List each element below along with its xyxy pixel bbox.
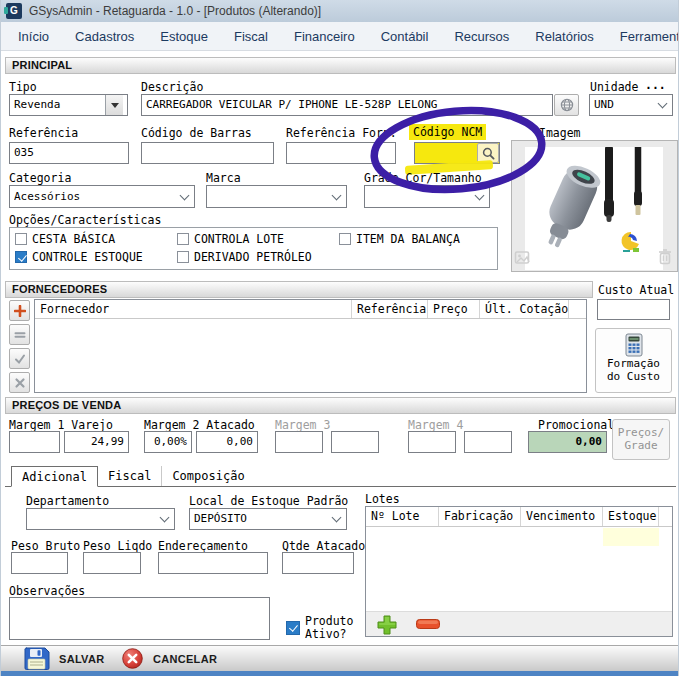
qtde-atacado-label: Qtde Atacado xyxy=(282,539,365,553)
image-export-icon[interactable] xyxy=(514,249,532,267)
tab-composicao[interactable]: Composição xyxy=(161,466,254,486)
trash-icon[interactable] xyxy=(656,248,674,266)
menu-bar: Início Cadastros Estoque Fiscal Financei… xyxy=(1,22,679,51)
categoria-select[interactable]: Acessórios xyxy=(9,185,195,208)
checkbox-derivado-petroleo[interactable]: DERIVADO PETRÓLEO xyxy=(177,250,312,264)
unidade-select[interactable]: UND xyxy=(589,94,673,116)
imagem-label: Imagem xyxy=(539,126,581,140)
checkbox-cesta-basica[interactable]: CESTA BÁSICA xyxy=(15,232,115,246)
delete-icon xyxy=(14,377,26,389)
codigo-barras-input[interactable] xyxy=(141,142,274,164)
menu-relatorios[interactable]: Relatórios xyxy=(535,29,594,44)
app-window: G GSysAdmin - Retaguarda - 1.0 - [Produt… xyxy=(0,0,679,676)
produto-ativo-label: Produto xyxy=(305,614,353,628)
tab-bar: Adicional Fiscal Composição xyxy=(5,466,676,487)
margem4-valor-input[interactable] xyxy=(464,431,512,453)
departamento-select[interactable] xyxy=(26,508,175,530)
translate-button[interactable] xyxy=(554,94,579,116)
col-estoque: Estoque xyxy=(603,507,659,526)
margem3-valor-input[interactable] xyxy=(331,431,379,453)
produto-ativo-checkbox[interactable]: Produto Ativo? xyxy=(286,615,353,641)
cancelar-button[interactable]: CANCELAR xyxy=(153,653,217,665)
chevron-down-icon xyxy=(332,513,342,523)
menu-estoque[interactable]: Estoque xyxy=(160,29,208,44)
checkbox-icon[interactable] xyxy=(339,233,351,245)
fornecedores-table-header: Fornecedor Referência Preço Últ. Cotação xyxy=(35,300,586,319)
car-charger-photo xyxy=(525,147,663,270)
grade-select[interactable] xyxy=(364,185,490,208)
qtde-atacado-input[interactable] xyxy=(282,552,354,574)
checkbox-icon[interactable] xyxy=(177,251,189,263)
peso-bruto-input[interactable] xyxy=(11,552,68,574)
checkbox-icon[interactable] xyxy=(15,251,27,263)
peso-bruto-label: Peso Bruto xyxy=(11,539,80,553)
menu-inicio[interactable]: Início xyxy=(18,29,49,44)
menu-ferramentas[interactable]: Ferramentas xyxy=(620,29,679,44)
fornecedores-table[interactable]: Fornecedor Referência Preço Últ. Cotação xyxy=(34,299,587,393)
menu-contabil[interactable]: Contábil xyxy=(381,29,429,44)
unidade-more-button[interactable]: ... xyxy=(645,78,666,92)
formacao-custo-button[interactable]: Formação do Custo xyxy=(595,328,672,393)
unidade-label: Unidade xyxy=(590,80,638,94)
add-lote-icon[interactable] xyxy=(376,614,398,636)
margem1-valor-input[interactable]: 24,99 xyxy=(64,431,129,453)
local-estoque-select[interactable]: DEPÓSITO xyxy=(189,508,347,530)
margem2-pct-input[interactable]: 0,00% xyxy=(144,431,192,453)
enderecamento-input[interactable] xyxy=(158,552,268,574)
tipo-select[interactable]: Revenda xyxy=(9,94,128,116)
product-image-frame xyxy=(511,140,678,272)
margem2-valor-input[interactable]: 0,00 xyxy=(196,431,258,453)
margem3-pct-input[interactable] xyxy=(275,431,323,453)
observacoes-textarea[interactable] xyxy=(9,597,270,640)
fornecedor-delete-button[interactable] xyxy=(9,372,30,393)
marca-select[interactable] xyxy=(206,185,347,208)
checkbox-controla-lote[interactable]: CONTROLA LOTE xyxy=(177,232,284,246)
menu-financeiro[interactable]: Financeiro xyxy=(294,29,355,44)
margem1-label: Margem 1 Varejo xyxy=(9,418,113,432)
lotes-label: Lotes xyxy=(365,492,400,506)
referencia-forn-input[interactable] xyxy=(286,142,396,164)
checkbox-icon[interactable] xyxy=(286,621,300,635)
codigo-ncm-label: Código NCM xyxy=(409,124,486,140)
margem4-pct-input[interactable] xyxy=(408,431,456,453)
salvar-button[interactable]: SALVAR xyxy=(59,653,104,665)
fornecedores-section-header: FORNECEDORES xyxy=(5,281,593,298)
precos-grade-button[interactable]: Preços/ Grade xyxy=(612,419,670,460)
custo-atual-input[interactable] xyxy=(597,299,670,320)
principal-section-header: PRINCIPAL xyxy=(5,57,676,74)
tab-adicional[interactable]: Adicional xyxy=(11,466,98,487)
promocional-input[interactable]: 0,00 xyxy=(528,431,607,453)
tipo-label: Tipo xyxy=(9,80,37,94)
remove-lote-icon[interactable] xyxy=(416,619,440,629)
calculator-icon xyxy=(624,333,644,357)
checkbox-controle-estoque[interactable]: CONTROLE ESTOQUE xyxy=(15,250,143,264)
checkbox-icon[interactable] xyxy=(15,233,27,245)
action-bar: SALVAR CANCELAR xyxy=(1,645,679,671)
formacao-custo-label: Formação xyxy=(596,357,671,370)
checkbox-icon[interactable] xyxy=(177,233,189,245)
window-title: GSysAdmin - Retaguarda - 1.0 - [Produtos… xyxy=(29,4,321,18)
menu-fiscal[interactable]: Fiscal xyxy=(234,29,268,44)
margem3-label: Margem 3 xyxy=(275,418,330,432)
fornecedor-remove-button[interactable] xyxy=(9,324,30,345)
cancel-icon[interactable] xyxy=(122,648,143,669)
referencia-input[interactable]: 035 xyxy=(9,142,129,164)
app-logo-icon: G xyxy=(6,3,22,19)
menu-recursos[interactable]: Recursos xyxy=(454,29,509,44)
margem1-pct-input[interactable] xyxy=(9,431,60,453)
descricao-input[interactable]: CARREGADOR VEICULAR P/ IPHONE LE-528P LE… xyxy=(141,94,553,116)
observacoes-label: Observações xyxy=(9,584,85,598)
remove-icon xyxy=(14,329,26,341)
peso-liqdo-input[interactable] xyxy=(83,552,141,574)
fornecedor-add-button[interactable] xyxy=(9,300,30,321)
checkbox-item-balanca[interactable]: ITEM DA BALANÇA xyxy=(339,232,460,246)
tab-fiscal[interactable]: Fiscal xyxy=(98,466,161,486)
referencia-label: Referência xyxy=(9,126,78,140)
save-floppy-icon[interactable] xyxy=(23,647,50,670)
chevron-down-icon xyxy=(160,513,170,523)
custo-atual-label: Custo Atual xyxy=(598,283,674,297)
lotes-table[interactable]: Nº Lote Fabricação Vencimento Estoque xyxy=(365,506,673,637)
chevron-down-icon xyxy=(180,190,190,200)
menu-cadastros[interactable]: Cadastros xyxy=(75,29,134,44)
fornecedor-confirm-button[interactable] xyxy=(9,348,30,369)
